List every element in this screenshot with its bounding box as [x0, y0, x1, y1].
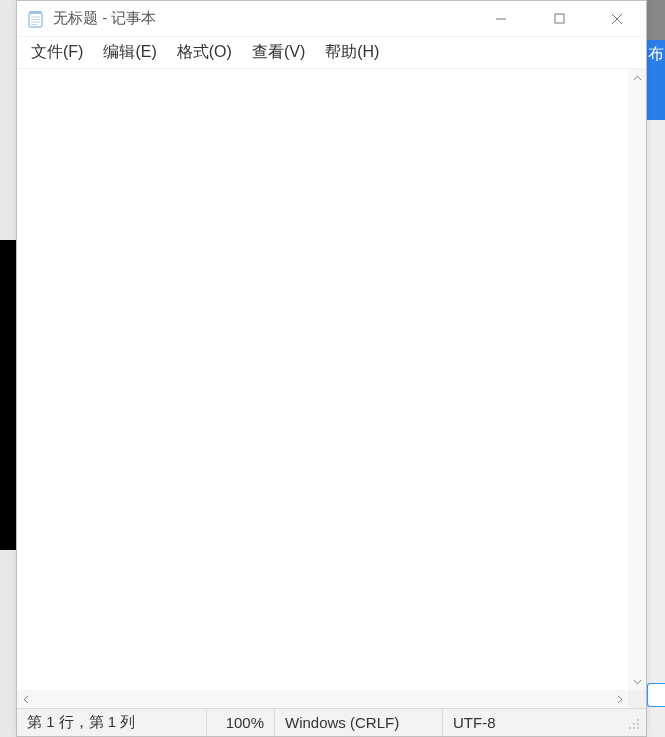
scroll-up-icon[interactable] [628, 69, 646, 87]
text-editor[interactable] [17, 69, 628, 690]
background-right-tab: 布 [647, 40, 665, 120]
svg-point-15 [637, 727, 639, 729]
menu-help[interactable]: 帮助(H) [317, 38, 387, 67]
svg-rect-7 [555, 14, 564, 23]
maximize-button[interactable] [530, 1, 588, 36]
close-button[interactable] [588, 1, 646, 36]
menu-bar: 文件(F) 编辑(E) 格式(O) 查看(V) 帮助(H) [17, 37, 646, 69]
svg-rect-1 [29, 11, 42, 14]
editor-area [17, 69, 646, 690]
background-right-panel [647, 120, 665, 737]
resize-grip-icon[interactable] [626, 716, 644, 734]
scroll-down-icon[interactable] [628, 672, 646, 690]
status-encoding: UTF-8 [443, 709, 646, 736]
window-title: 无标题 - 记事本 [53, 9, 472, 28]
status-line-ending: Windows (CRLF) [275, 709, 443, 736]
scroll-left-icon[interactable] [17, 690, 35, 708]
notepad-app-icon [27, 10, 45, 28]
status-bar: 第 1 行，第 1 列 100% Windows (CRLF) UTF-8 [17, 708, 646, 736]
notepad-window: 无标题 - 记事本 文件(F) 编辑(E) 格式(O) 查看(V) 帮助(H) [16, 0, 647, 737]
background-left-terminal [0, 240, 16, 550]
svg-point-13 [629, 727, 631, 729]
menu-edit[interactable]: 编辑(E) [95, 38, 164, 67]
svg-point-11 [633, 723, 635, 725]
horizontal-scrollbar[interactable] [17, 690, 646, 708]
status-zoom: 100% [207, 709, 275, 736]
title-bar[interactable]: 无标题 - 记事本 [17, 1, 646, 37]
scroll-right-icon[interactable] [610, 690, 628, 708]
menu-view[interactable]: 查看(V) [244, 38, 313, 67]
minimize-button[interactable] [472, 1, 530, 36]
svg-point-10 [637, 719, 639, 721]
window-controls [472, 1, 646, 36]
status-cursor-position: 第 1 行，第 1 列 [17, 709, 207, 736]
scroll-corner [628, 690, 646, 708]
background-right-badge [647, 683, 665, 707]
svg-point-12 [637, 723, 639, 725]
menu-format[interactable]: 格式(O) [169, 38, 240, 67]
menu-file[interactable]: 文件(F) [23, 38, 91, 67]
svg-point-14 [633, 727, 635, 729]
vertical-scrollbar[interactable] [628, 69, 646, 690]
